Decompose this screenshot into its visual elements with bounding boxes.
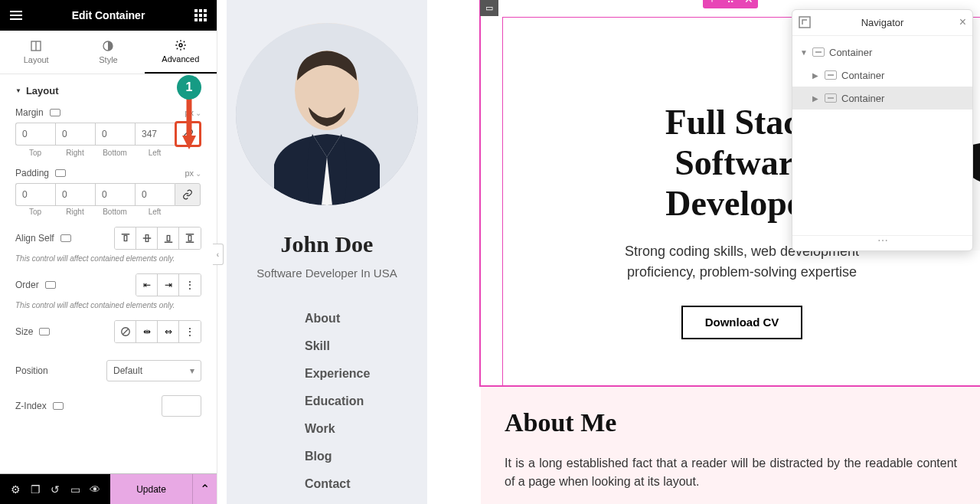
device-icon[interactable] xyxy=(50,109,60,116)
add-element-icon[interactable]: ＋ xyxy=(703,0,721,8)
callout-badge: 1 xyxy=(177,75,201,100)
zindex-input[interactable] xyxy=(162,395,201,417)
layout-icon xyxy=(30,40,42,52)
margin-left-input[interactable] xyxy=(135,123,175,146)
tab-style-label: Style xyxy=(99,55,117,64)
device-icon[interactable] xyxy=(45,281,56,289)
size-more-button[interactable]: ⋮ xyxy=(179,321,201,342)
svg-marker-16 xyxy=(182,136,196,149)
about-section: About Me It is a long established fact t… xyxy=(481,387,980,504)
navigator-header[interactable]: Navigator × xyxy=(792,10,972,36)
order-last-button[interactable]: ⇥ xyxy=(158,274,179,296)
svg-rect-9 xyxy=(167,236,170,241)
align-center-button[interactable] xyxy=(136,227,158,249)
profile-name: John Doe xyxy=(227,231,427,257)
nav-about[interactable]: About xyxy=(305,312,427,326)
order-first-button[interactable]: ⇤ xyxy=(136,274,158,296)
profile-role: Software Developer In USA xyxy=(227,267,427,280)
dock-icon[interactable] xyxy=(799,16,811,28)
tree-item-container-2[interactable]: ▶Container xyxy=(792,87,972,110)
profile-nav: About Skill Experience Education Work Bl… xyxy=(227,312,427,491)
tab-layout[interactable]: Layout xyxy=(0,31,72,74)
tree-item-container-root[interactable]: ▼Container xyxy=(792,41,972,64)
hamburger-icon[interactable] xyxy=(9,8,23,22)
margin-right-input[interactable] xyxy=(55,123,95,146)
tree-item-container-1[interactable]: ▶Container xyxy=(792,64,972,87)
profile-sidebar: John Doe Software Developer In USA About… xyxy=(227,0,427,504)
margin-sublabels: TopRightBottomLeft xyxy=(15,149,201,157)
align-stretch-button[interactable] xyxy=(179,227,201,249)
order-note: This control will affect contained eleme… xyxy=(15,301,201,309)
tab-style[interactable]: Style xyxy=(72,31,144,74)
svg-line-14 xyxy=(122,329,128,335)
order-label: Order xyxy=(15,280,56,290)
align-note: This control will affect contained eleme… xyxy=(15,254,201,263)
widgets-grid-icon[interactable] xyxy=(194,8,207,22)
navigator-close-icon[interactable]: × xyxy=(959,15,966,29)
nav-work[interactable]: Work xyxy=(305,422,427,436)
update-caret[interactable]: ⌃ xyxy=(192,474,217,504)
responsive-tag-icon[interactable]: ▭ xyxy=(480,0,498,16)
padding-left-input[interactable] xyxy=(135,183,175,206)
size-shrink-button[interactable]: ⇔ xyxy=(158,321,179,342)
margin-inputs xyxy=(15,123,201,147)
element-handle-bar: ＋ ⠿ ✕ xyxy=(703,0,758,8)
padding-bottom-input[interactable] xyxy=(95,183,135,206)
margin-bottom-input[interactable] xyxy=(95,123,135,146)
device-icon[interactable] xyxy=(55,169,66,177)
order-more-button[interactable]: ⋮ xyxy=(179,274,201,296)
padding-inputs xyxy=(15,183,201,206)
responsive-icon[interactable]: ▭ xyxy=(66,474,84,505)
align-self-group xyxy=(114,227,201,250)
callout-arrow-icon xyxy=(182,99,196,149)
size-none-button[interactable] xyxy=(115,321,136,342)
tab-advanced-label: Advanced xyxy=(162,54,199,64)
panel-tabs: Layout Style Advanced xyxy=(0,31,217,74)
footer-left: ⚙ ❐ ↺ ▭ 👁 xyxy=(0,474,110,504)
align-start-button[interactable] xyxy=(115,227,136,249)
svg-rect-12 xyxy=(188,236,191,241)
navigator-tree: ▼Container ▶Container ▶Container xyxy=(792,36,972,235)
history-icon[interactable]: ↺ xyxy=(46,474,64,505)
device-icon[interactable] xyxy=(39,328,50,335)
avatar xyxy=(236,23,418,205)
preview-icon[interactable]: 👁 xyxy=(86,474,104,505)
drag-handle-icon[interactable]: ⠿ xyxy=(721,0,740,8)
panel-title: Edit Container xyxy=(72,9,145,21)
size-grow-button[interactable]: ⇹ xyxy=(136,321,158,342)
nav-contact[interactable]: Contact xyxy=(305,477,427,491)
svg-point-3 xyxy=(179,44,182,47)
gear-icon xyxy=(175,39,187,51)
device-icon[interactable] xyxy=(53,402,64,410)
navigator-resize-handle[interactable]: ⋯ xyxy=(792,235,972,250)
device-icon[interactable] xyxy=(60,234,71,242)
nav-experience[interactable]: Experience xyxy=(305,367,427,381)
nav-blog[interactable]: Blog xyxy=(305,450,427,463)
panel-collapse-handle[interactable]: ‹ xyxy=(213,244,224,265)
position-dropdown[interactable]: Default xyxy=(106,360,201,381)
svg-rect-5 xyxy=(124,236,127,241)
tab-layout-label: Layout xyxy=(24,55,49,64)
padding-link-button[interactable] xyxy=(175,183,201,206)
tab-advanced[interactable]: Advanced xyxy=(145,31,217,74)
section-layout[interactable]: Layout xyxy=(15,85,201,97)
update-button[interactable]: Update xyxy=(110,474,192,504)
about-title: About Me xyxy=(505,408,957,437)
padding-unit[interactable]: px xyxy=(185,169,201,178)
padding-top-input[interactable] xyxy=(15,183,55,206)
panel-footer: ⚙ ❐ ↺ ▭ 👁 Update ⌃ xyxy=(0,473,217,504)
nav-skill[interactable]: Skill xyxy=(305,339,427,353)
align-end-button[interactable] xyxy=(158,227,179,249)
container-icon xyxy=(812,47,825,57)
margin-top-input[interactable] xyxy=(15,123,55,146)
close-element-icon[interactable]: ✕ xyxy=(740,0,758,8)
padding-right-input[interactable] xyxy=(55,183,95,206)
settings-icon[interactable]: ⚙ xyxy=(6,474,24,505)
preview-area: John Doe Software Developer In USA About… xyxy=(217,0,980,504)
navigator-panel[interactable]: Navigator × ▼Container ▶Container ▶Conta… xyxy=(792,9,973,251)
layers-icon[interactable]: ❐ xyxy=(26,474,44,505)
size-label: Size xyxy=(15,326,50,337)
link-icon xyxy=(182,189,193,200)
nav-education[interactable]: Education xyxy=(305,394,427,408)
padding-label: Padding xyxy=(15,168,66,178)
